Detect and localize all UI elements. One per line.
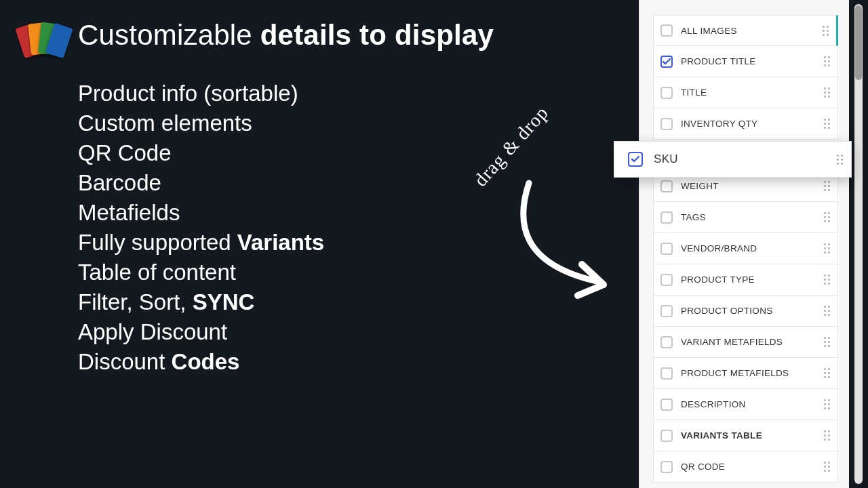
checkbox-icon[interactable] (660, 180, 673, 192)
row-label: PRODUCT TITLE (681, 56, 823, 66)
checkbox-icon[interactable] (660, 24, 673, 37)
details-row[interactable]: VARIANTS TABLE (653, 420, 838, 451)
details-row[interactable]: ALL IMAGES (653, 15, 838, 46)
row-label: VARIANT METAFIELDS (681, 337, 823, 347)
checkbox-icon[interactable] (660, 274, 673, 286)
details-row[interactable]: PRODUCT TITLE (653, 46, 838, 77)
arrow-icon (502, 176, 624, 305)
row-label: WEIGHT (681, 181, 823, 191)
page-title: Customizable details to display (78, 19, 597, 52)
row-label: PRODUCT OPTIONS (681, 306, 823, 316)
details-panel: ALL IMAGES PRODUCT TITLE TITLE INVENTORY… (639, 0, 849, 488)
drag-handle-icon[interactable] (823, 180, 831, 192)
checkbox-icon[interactable] (660, 305, 673, 317)
drag-handle-icon[interactable] (823, 87, 831, 99)
feature-item: Apply Discount (78, 317, 597, 347)
scrollbar[interactable] (854, 4, 863, 484)
drag-handle-icon[interactable] (835, 153, 844, 165)
details-row[interactable]: DESCRIPTION (653, 389, 838, 420)
row-label: VENDOR/BRAND (681, 243, 823, 253)
drag-handle-icon[interactable] (823, 211, 831, 224)
title-prefix: Customizable (78, 19, 260, 51)
drag-handle-icon[interactable] (823, 430, 831, 442)
checkbox-icon[interactable] (660, 430, 673, 442)
details-row[interactable]: PRODUCT METAFIELDS (653, 358, 838, 389)
row-label: PRODUCT TYPE (681, 274, 823, 285)
checkbox-icon[interactable] (660, 399, 673, 411)
title-emphasis: details to display (260, 19, 494, 51)
row-label: SKU (654, 152, 835, 166)
checkbox-icon[interactable] (660, 211, 673, 224)
details-row[interactable]: PRODUCT OPTIONS (653, 296, 838, 327)
drag-handle-icon[interactable] (823, 56, 831, 68)
details-row[interactable]: PRODUCT TYPE (653, 264, 838, 296)
scrollbar-thumb[interactable] (855, 5, 862, 80)
drag-handle-icon[interactable] (823, 367, 831, 380)
details-list: ALL IMAGES PRODUCT TITLE TITLE INVENTORY… (653, 15, 838, 483)
details-row[interactable]: TAGS (653, 202, 838, 233)
details-row[interactable]: VARIANT METAFIELDS (653, 327, 838, 358)
details-row[interactable]: TITLE (653, 77, 838, 108)
checkbox-icon[interactable] (660, 336, 673, 348)
checkbox-icon[interactable] (660, 56, 673, 68)
checkbox-icon[interactable] (660, 118, 673, 130)
drag-handle-icon[interactable] (823, 305, 831, 317)
dragging-row[interactable]: SKU (614, 141, 852, 178)
row-label: QR CODE (681, 462, 823, 472)
details-row[interactable]: INVENTORY QTY (653, 108, 838, 140)
row-label: DESCRIPTION (681, 399, 823, 409)
row-label: VARIANTS TABLE (681, 430, 823, 441)
checkbox-icon[interactable] (660, 367, 673, 380)
feature-item: Discount Codes (78, 347, 597, 377)
row-label: ALL IMAGES (681, 26, 821, 36)
drag-handle-icon[interactable] (823, 336, 831, 348)
checkbox-icon[interactable] (628, 152, 643, 167)
details-row[interactable]: VENDOR/BRAND (653, 233, 838, 264)
drag-handle-icon[interactable] (823, 118, 831, 130)
drag-handle-icon[interactable] (823, 274, 831, 286)
drag-handle-icon[interactable] (823, 399, 831, 411)
app-logo (22, 19, 62, 62)
drag-handle-icon[interactable] (823, 243, 831, 255)
checkbox-icon[interactable] (660, 243, 673, 255)
row-label: TAGS (681, 212, 823, 222)
drag-handle-icon[interactable] (821, 24, 829, 37)
row-label: TITLE (681, 87, 823, 98)
drag-handle-icon[interactable] (823, 461, 831, 473)
checkbox-icon[interactable] (660, 461, 673, 473)
row-label: PRODUCT METAFIELDS (681, 368, 823, 378)
feature-item: Product info (sortable) (78, 79, 597, 108)
details-row[interactable]: QR CODE (653, 451, 838, 483)
row-label: INVENTORY QTY (681, 119, 823, 129)
checkbox-icon[interactable] (660, 87, 673, 99)
